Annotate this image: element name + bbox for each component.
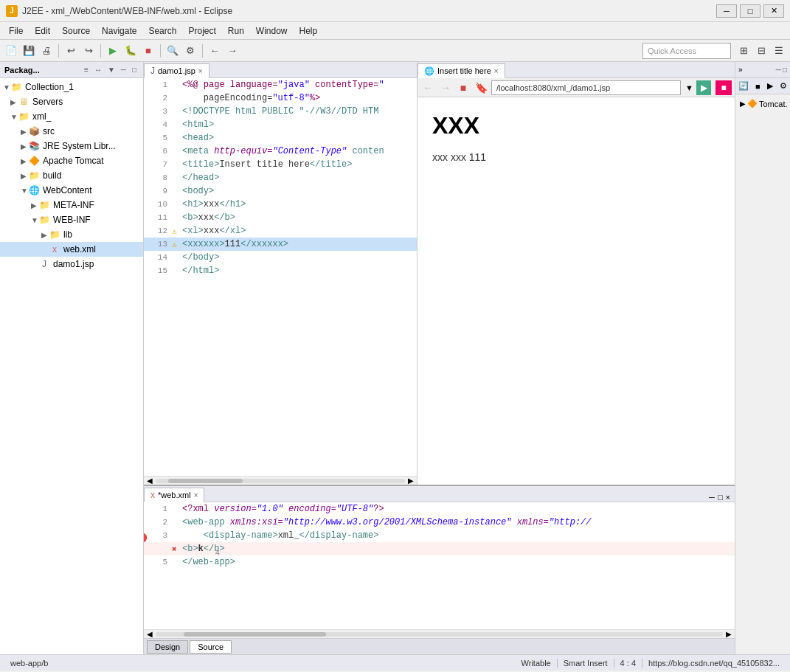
stop-button-red[interactable]: ■	[715, 80, 732, 95]
tab-close-btn[interactable]: ×	[198, 67, 203, 75]
bottom-maximize-btn[interactable]: □	[718, 493, 723, 502]
perspective-btn-3[interactable]: ☰	[771, 43, 787, 59]
bottom-minimize-btn[interactable]: ─	[709, 493, 715, 502]
mini-settings-icon[interactable]: ⚙	[780, 81, 787, 91]
mini-forward-btn[interactable]: ▶	[767, 81, 773, 91]
bottom-tab-close[interactable]: ×	[194, 491, 198, 499]
print-button[interactable]: 🖨	[38, 43, 55, 59]
tab-damo1[interactable]: J damo1.jsp ×	[144, 63, 209, 78]
tree-item-jre[interactable]: ▶ 📚 JRE System Libr...	[0, 139, 143, 153]
address-dropdown-icon[interactable]: ▼	[685, 83, 693, 92]
back-button[interactable]: ←	[207, 43, 223, 59]
scroll-left-btn[interactable]: ◀	[147, 477, 153, 485]
perspective-btn-1[interactable]: ⊞	[735, 43, 752, 59]
undo-button[interactable]: ↩	[63, 43, 79, 59]
tree-label: src	[43, 126, 55, 136]
horizontal-scrollbar[interactable]: ◀ ▶	[144, 476, 417, 485]
bottom-horizontal-scrollbar[interactable]: ◀ ▶	[144, 629, 735, 638]
link-editor-btn[interactable]: ↔	[92, 65, 104, 75]
tree-item-collection[interactable]: ▼ 📁 Collection_1	[0, 80, 143, 94]
bottom-code-area[interactable]: 1 <?xml version="1.0" encoding="UTF-8"?>…	[144, 502, 735, 629]
expand-arrow[interactable]: ▶	[10, 98, 18, 106]
mini-stop-btn[interactable]: ■	[755, 82, 760, 91]
new-button[interactable]: 📄	[3, 43, 19, 59]
menu-help[interactable]: Help	[294, 24, 324, 38]
mini-refresh-btn[interactable]: 🔄	[738, 81, 749, 91]
menu-source[interactable]: Source	[56, 24, 96, 38]
tree-item-webxml[interactable]: x web.xml	[0, 242, 143, 257]
scroll-thumb[interactable]	[168, 479, 243, 483]
tree-label: xml_	[32, 111, 51, 122]
tree-item-tomcat[interactable]: ▶ 🔶 Apache Tomcat	[0, 153, 143, 168]
search-toolbar-button[interactable]: 🔍	[164, 43, 181, 59]
tree-item-lib[interactable]: ▶ 📁 lib	[0, 227, 143, 242]
menu-project[interactable]: Project	[182, 24, 221, 38]
tree-item-src[interactable]: ▶ 📦 src	[0, 124, 143, 139]
menu-edit[interactable]: Edit	[29, 24, 56, 38]
bottom-close-btn[interactable]: ×	[726, 493, 730, 502]
close-button[interactable]: ✕	[763, 4, 784, 18]
code-content-top[interactable]: 1 <%@ page language="java" contentType="…	[144, 78, 417, 476]
forward-nav-btn[interactable]: →	[438, 82, 453, 94]
mini-tree-tomcat[interactable]: ▶ 🔶 Tomcat...	[738, 97, 787, 110]
maximize-panel-btn[interactable]: □	[130, 65, 139, 75]
address-bar[interactable]: /localhost:8080/xml_/damo1.jsp	[491, 80, 681, 95]
bookmark-btn[interactable]: 🔖	[474, 82, 488, 94]
mini-collapse-btn[interactable]: ─	[776, 66, 781, 74]
back-nav-btn[interactable]: ←	[420, 82, 435, 94]
maximize-button[interactable]: □	[740, 4, 760, 18]
expand-arrow[interactable]: ▶	[21, 142, 28, 150]
browser-tab-preview[interactable]: 🌐 Insert title here ×	[417, 63, 505, 78]
tree-item-metainf[interactable]: ▶ 📁 META-INF	[0, 198, 143, 212]
menu-window[interactable]: Window	[250, 24, 294, 38]
menu-search[interactable]: Search	[142, 24, 182, 38]
expand-arrow[interactable]: ▼	[10, 113, 18, 121]
minimize-panel-btn[interactable]: ─	[119, 65, 128, 75]
mini-panel-title: »	[738, 66, 743, 74]
menu-run[interactable]: Run	[222, 24, 250, 38]
stop-button[interactable]: ■	[140, 43, 156, 59]
scroll-right-btn[interactable]: ▶	[408, 477, 414, 485]
browser-tab-close[interactable]: ×	[494, 67, 499, 75]
expand-arrow[interactable]: ▼	[31, 216, 38, 224]
expand-arrow[interactable]: ▶	[41, 231, 49, 239]
expand-arrow[interactable]: ▶	[21, 157, 28, 165]
expand-arrow[interactable]: ▶	[21, 128, 28, 136]
tree-item-build[interactable]: ▶ 📁 build	[0, 168, 143, 183]
design-tab[interactable]: Design	[147, 640, 188, 654]
settings-button[interactable]: ⚙	[182, 43, 198, 59]
code-line: 3 <!DOCTYPE html PUBLIC "-//W3//DTD HTM	[144, 105, 417, 118]
view-menu-btn[interactable]: ▼	[105, 65, 117, 75]
expand-arrow[interactable]: ▶	[21, 172, 28, 180]
tree-item-damo1[interactable]: J damo1.jsp	[0, 257, 143, 271]
scroll-right-btn[interactable]: ▶	[726, 630, 732, 638]
tree-item-webinf[interactable]: ▼ 📁 WEB-INF	[0, 212, 143, 227]
scroll-track[interactable]	[156, 632, 723, 637]
tree-item-xml[interactable]: ▼ 📁 xml_	[0, 109, 143, 124]
redo-button[interactable]: ↪	[80, 43, 97, 59]
menu-file[interactable]: File	[3, 24, 29, 38]
save-button[interactable]: 💾	[21, 43, 37, 59]
tab-webxml[interactable]: x *web.xml ×	[144, 488, 204, 502]
stop-nav-btn[interactable]: ■	[456, 82, 471, 94]
expand-arrow[interactable]: ▶	[740, 100, 746, 108]
scroll-thumb[interactable]	[184, 632, 325, 637]
scroll-track[interactable]	[156, 479, 405, 483]
expand-arrow[interactable]: ▼	[3, 83, 10, 91]
expand-arrow[interactable]: ▶	[31, 201, 38, 209]
run-button[interactable]: ▶	[105, 43, 121, 59]
source-tab[interactable]: Source	[190, 640, 232, 654]
tree-item-webcontent[interactable]: ▼ 🌐 WebContent	[0, 183, 143, 198]
menu-navigate[interactable]: Navigate	[96, 24, 142, 38]
expand-arrow[interactable]: ▼	[21, 187, 28, 195]
mini-max-btn[interactable]: □	[783, 66, 787, 74]
perspective-btn-2[interactable]: ⊟	[753, 43, 769, 59]
scroll-left-btn[interactable]: ◀	[147, 630, 153, 638]
collapse-all-btn[interactable]: ≡	[82, 65, 91, 75]
minimize-button[interactable]: ─	[716, 4, 737, 18]
debug-button[interactable]: 🐛	[122, 43, 139, 59]
quick-access-box[interactable]: Quick Access	[642, 43, 731, 59]
forward-button[interactable]: →	[224, 43, 240, 59]
go-button[interactable]: ▶	[696, 80, 711, 95]
tree-item-servers[interactable]: ▶ 🖥 Servers	[0, 94, 143, 109]
